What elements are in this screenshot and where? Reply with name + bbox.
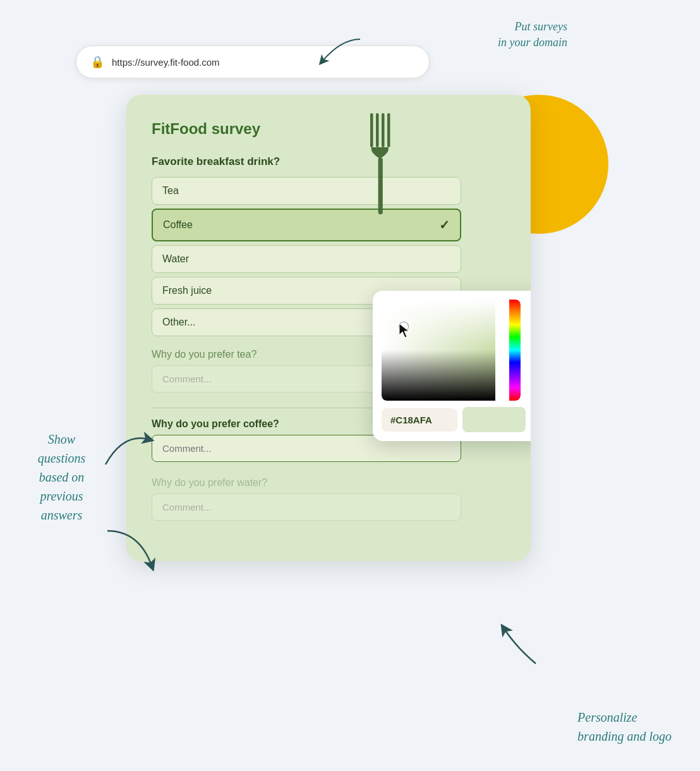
browser-url: https://survey.fit-food.com	[112, 57, 220, 68]
color-canvas	[382, 300, 521, 401]
color-preview	[462, 407, 526, 432]
comment-water-input[interactable]	[152, 494, 461, 521]
svg-rect-2	[382, 113, 385, 147]
svg-rect-4	[378, 157, 383, 214]
color-gradient[interactable]	[382, 300, 495, 401]
hex-input[interactable]	[382, 408, 457, 432]
option-tea[interactable]: Tea	[152, 177, 461, 205]
option-coffee-label: Coffee	[163, 219, 193, 231]
arrow-left	[101, 525, 164, 575]
annotation-left: Show questions based on previous answers	[13, 430, 111, 525]
svg-rect-0	[370, 113, 373, 147]
option-juice-label: Fresh juice	[162, 285, 212, 296]
option-water[interactable]: Water	[152, 245, 461, 273]
option-other-label: Other...	[162, 317, 195, 328]
option-coffee[interactable]: Coffee ✓	[152, 209, 461, 241]
survey-card: FitFood survey Favorite breakfast drink?…	[126, 95, 531, 561]
color-input-row	[382, 407, 531, 432]
comment-water-label: Why do you prefer water?	[152, 477, 505, 489]
arrow-top	[310, 33, 373, 71]
arrow-left-upper	[98, 420, 155, 471]
fork-icon	[363, 107, 401, 221]
svg-rect-3	[387, 113, 390, 147]
arrow-bottom-right	[498, 622, 548, 673]
lock-icon: 🔒	[90, 55, 104, 69]
check-icon: ✓	[439, 217, 450, 233]
color-picker-popup[interactable]	[373, 291, 531, 441]
annotation-bottom-right: Personalize branding and logo	[577, 708, 672, 746]
comment-water-section: Why do you prefer water?	[152, 477, 505, 521]
option-tea-label: Tea	[162, 185, 179, 197]
question-label: Favorite breakfast drink?	[152, 155, 505, 168]
color-hue-bar[interactable]	[509, 300, 521, 401]
browser-bar: 🔒 https://survey.fit-food.com	[76, 46, 430, 78]
mouse-cursor-icon	[397, 321, 416, 340]
option-water-label: Water	[162, 253, 189, 265]
annotation-top: Put surveys in your domain	[498, 19, 567, 51]
svg-rect-1	[376, 113, 379, 147]
survey-title: FitFood survey	[152, 120, 505, 138]
